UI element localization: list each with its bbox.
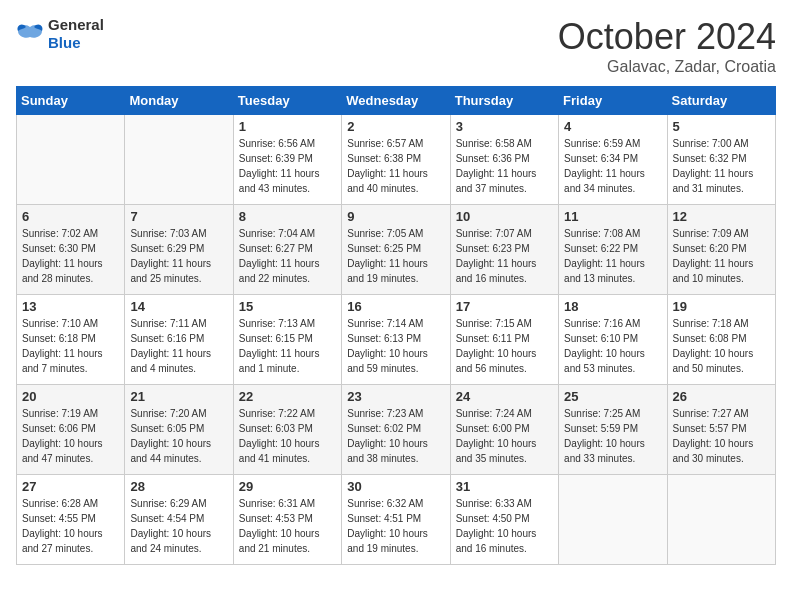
calendar-table: SundayMondayTuesdayWednesdayThursdayFrid… [16,86,776,565]
calendar-cell: 9Sunrise: 7:05 AMSunset: 6:25 PMDaylight… [342,205,450,295]
day-info: Sunrise: 7:11 AMSunset: 6:16 PMDaylight:… [130,316,227,376]
calendar-cell: 23Sunrise: 7:23 AMSunset: 6:02 PMDayligh… [342,385,450,475]
day-info: Sunrise: 7:02 AMSunset: 6:30 PMDaylight:… [22,226,119,286]
day-info: Sunrise: 7:04 AMSunset: 6:27 PMDaylight:… [239,226,336,286]
day-number: 9 [347,209,444,224]
day-info: Sunrise: 7:27 AMSunset: 5:57 PMDaylight:… [673,406,770,466]
day-info: Sunrise: 6:57 AMSunset: 6:38 PMDaylight:… [347,136,444,196]
calendar-cell [125,115,233,205]
day-info: Sunrise: 7:09 AMSunset: 6:20 PMDaylight:… [673,226,770,286]
day-number: 2 [347,119,444,134]
day-info: Sunrise: 7:19 AMSunset: 6:06 PMDaylight:… [22,406,119,466]
title-area: October 2024 Galavac, Zadar, Croatia [558,16,776,76]
day-number: 28 [130,479,227,494]
calendar-cell: 3Sunrise: 6:58 AMSunset: 6:36 PMDaylight… [450,115,558,205]
day-info: Sunrise: 6:32 AMSunset: 4:51 PMDaylight:… [347,496,444,556]
day-header-sunday: Sunday [17,87,125,115]
calendar-cell [667,475,775,565]
day-header-saturday: Saturday [667,87,775,115]
header: General Blue October 2024 Galavac, Zadar… [16,16,776,76]
day-number: 31 [456,479,553,494]
week-row-3: 13Sunrise: 7:10 AMSunset: 6:18 PMDayligh… [17,295,776,385]
calendar-cell: 20Sunrise: 7:19 AMSunset: 6:06 PMDayligh… [17,385,125,475]
day-number: 19 [673,299,770,314]
calendar-cell: 24Sunrise: 7:24 AMSunset: 6:00 PMDayligh… [450,385,558,475]
day-info: Sunrise: 6:29 AMSunset: 4:54 PMDaylight:… [130,496,227,556]
day-info: Sunrise: 7:25 AMSunset: 5:59 PMDaylight:… [564,406,661,466]
calendar-cell: 27Sunrise: 6:28 AMSunset: 4:55 PMDayligh… [17,475,125,565]
day-header-tuesday: Tuesday [233,87,341,115]
day-number: 24 [456,389,553,404]
day-header-friday: Friday [559,87,667,115]
day-number: 14 [130,299,227,314]
calendar-cell: 26Sunrise: 7:27 AMSunset: 5:57 PMDayligh… [667,385,775,475]
calendar-cell: 15Sunrise: 7:13 AMSunset: 6:15 PMDayligh… [233,295,341,385]
calendar-cell: 28Sunrise: 6:29 AMSunset: 4:54 PMDayligh… [125,475,233,565]
day-number: 10 [456,209,553,224]
day-info: Sunrise: 6:59 AMSunset: 6:34 PMDaylight:… [564,136,661,196]
day-info: Sunrise: 7:08 AMSunset: 6:22 PMDaylight:… [564,226,661,286]
header-row: SundayMondayTuesdayWednesdayThursdayFrid… [17,87,776,115]
calendar-cell: 17Sunrise: 7:15 AMSunset: 6:11 PMDayligh… [450,295,558,385]
calendar-cell: 12Sunrise: 7:09 AMSunset: 6:20 PMDayligh… [667,205,775,295]
day-number: 22 [239,389,336,404]
day-number: 12 [673,209,770,224]
calendar-cell: 25Sunrise: 7:25 AMSunset: 5:59 PMDayligh… [559,385,667,475]
day-number: 15 [239,299,336,314]
calendar-cell: 8Sunrise: 7:04 AMSunset: 6:27 PMDaylight… [233,205,341,295]
calendar-cell: 18Sunrise: 7:16 AMSunset: 6:10 PMDayligh… [559,295,667,385]
day-number: 1 [239,119,336,134]
day-info: Sunrise: 7:18 AMSunset: 6:08 PMDaylight:… [673,316,770,376]
calendar-cell: 21Sunrise: 7:20 AMSunset: 6:05 PMDayligh… [125,385,233,475]
day-info: Sunrise: 6:56 AMSunset: 6:39 PMDaylight:… [239,136,336,196]
day-info: Sunrise: 7:00 AMSunset: 6:32 PMDaylight:… [673,136,770,196]
day-info: Sunrise: 6:28 AMSunset: 4:55 PMDaylight:… [22,496,119,556]
day-number: 11 [564,209,661,224]
calendar-cell: 19Sunrise: 7:18 AMSunset: 6:08 PMDayligh… [667,295,775,385]
calendar-cell: 14Sunrise: 7:11 AMSunset: 6:16 PMDayligh… [125,295,233,385]
day-info: Sunrise: 7:15 AMSunset: 6:11 PMDaylight:… [456,316,553,376]
calendar-cell: 6Sunrise: 7:02 AMSunset: 6:30 PMDaylight… [17,205,125,295]
logo-icon [16,23,44,45]
calendar-cell: 22Sunrise: 7:22 AMSunset: 6:03 PMDayligh… [233,385,341,475]
day-number: 5 [673,119,770,134]
calendar-cell: 29Sunrise: 6:31 AMSunset: 4:53 PMDayligh… [233,475,341,565]
calendar-cell: 13Sunrise: 7:10 AMSunset: 6:18 PMDayligh… [17,295,125,385]
day-number: 29 [239,479,336,494]
week-row-1: 1Sunrise: 6:56 AMSunset: 6:39 PMDaylight… [17,115,776,205]
day-number: 3 [456,119,553,134]
day-number: 27 [22,479,119,494]
day-info: Sunrise: 6:31 AMSunset: 4:53 PMDaylight:… [239,496,336,556]
day-number: 18 [564,299,661,314]
calendar-cell [17,115,125,205]
calendar-cell: 10Sunrise: 7:07 AMSunset: 6:23 PMDayligh… [450,205,558,295]
day-info: Sunrise: 7:14 AMSunset: 6:13 PMDaylight:… [347,316,444,376]
day-header-thursday: Thursday [450,87,558,115]
day-number: 25 [564,389,661,404]
day-number: 21 [130,389,227,404]
day-info: Sunrise: 7:03 AMSunset: 6:29 PMDaylight:… [130,226,227,286]
calendar-cell: 11Sunrise: 7:08 AMSunset: 6:22 PMDayligh… [559,205,667,295]
day-info: Sunrise: 7:05 AMSunset: 6:25 PMDaylight:… [347,226,444,286]
day-number: 26 [673,389,770,404]
week-row-5: 27Sunrise: 6:28 AMSunset: 4:55 PMDayligh… [17,475,776,565]
day-number: 17 [456,299,553,314]
day-number: 7 [130,209,227,224]
day-info: Sunrise: 7:22 AMSunset: 6:03 PMDaylight:… [239,406,336,466]
day-number: 30 [347,479,444,494]
day-info: Sunrise: 7:24 AMSunset: 6:00 PMDaylight:… [456,406,553,466]
calendar-cell: 2Sunrise: 6:57 AMSunset: 6:38 PMDaylight… [342,115,450,205]
day-number: 13 [22,299,119,314]
calendar-cell: 4Sunrise: 6:59 AMSunset: 6:34 PMDaylight… [559,115,667,205]
logo-text: General Blue [48,16,104,52]
day-info: Sunrise: 6:58 AMSunset: 6:36 PMDaylight:… [456,136,553,196]
calendar-cell [559,475,667,565]
calendar-cell: 5Sunrise: 7:00 AMSunset: 6:32 PMDaylight… [667,115,775,205]
day-info: Sunrise: 7:23 AMSunset: 6:02 PMDaylight:… [347,406,444,466]
calendar-cell: 30Sunrise: 6:32 AMSunset: 4:51 PMDayligh… [342,475,450,565]
calendar-cell: 31Sunrise: 6:33 AMSunset: 4:50 PMDayligh… [450,475,558,565]
calendar-cell: 7Sunrise: 7:03 AMSunset: 6:29 PMDaylight… [125,205,233,295]
day-number: 6 [22,209,119,224]
day-number: 23 [347,389,444,404]
day-header-wednesday: Wednesday [342,87,450,115]
